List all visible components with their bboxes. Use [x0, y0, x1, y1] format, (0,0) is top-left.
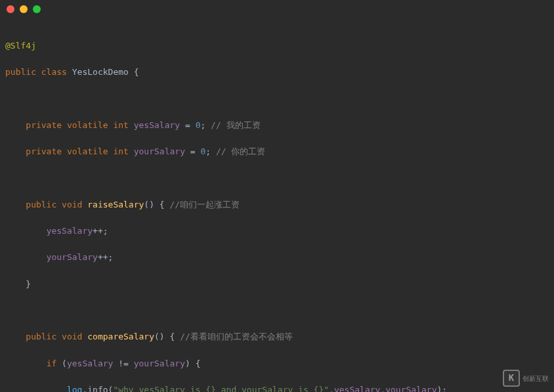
method-info: info: [87, 385, 108, 392]
method-compareSalary: compareSalary: [87, 332, 154, 341]
field-ref: yesSalary: [334, 385, 380, 392]
paren-open: (: [56, 359, 67, 368]
keyword-private: private: [26, 120, 62, 130]
watermark-text: 创新互联: [522, 375, 549, 382]
op-assign: =: [185, 146, 200, 156]
keyword-public: public: [26, 200, 56, 209]
op-neq: !=: [113, 359, 133, 368]
brace: }: [26, 279, 31, 289]
comment: //咱们一起涨工资: [169, 200, 240, 209]
keyword-class: class: [41, 67, 67, 77]
field-ref: yourSalary: [134, 359, 185, 368]
field-ref: yourSalary: [47, 252, 98, 262]
field-ref: yesSalary: [67, 359, 113, 368]
field-yourSalary: yourSalary: [134, 146, 185, 156]
annotation: @Slf4j: [5, 41, 36, 51]
semicolon: ;: [205, 146, 211, 156]
comment: // 我的工资: [205, 120, 260, 130]
comment: // 你的工资: [211, 146, 265, 156]
op-increment: ++;: [98, 252, 113, 262]
string-literal: "why yesSalary is {} and yourSalary is {…: [113, 385, 329, 392]
field-ref: yesSalary: [47, 226, 93, 236]
keyword-private: private: [26, 146, 62, 156]
parens: (): [154, 332, 165, 341]
op-assign: =: [180, 120, 195, 130]
keyword-volatile: volatile: [67, 146, 108, 156]
brace: {: [154, 200, 169, 209]
keyword-void: void: [62, 332, 82, 341]
keyword-public: public: [26, 332, 56, 341]
paren-close: ) {: [185, 359, 200, 368]
field-yesSalary: yesSalary: [134, 120, 180, 130]
close-icon[interactable]: [7, 5, 14, 13]
brace: {: [129, 67, 139, 77]
watermark: K 创新互联: [503, 370, 549, 387]
comma: ,: [329, 385, 334, 392]
field-ref: yourSalary: [385, 385, 437, 392]
minimize-icon[interactable]: [20, 5, 28, 13]
brace: {: [165, 332, 180, 341]
keyword-int: int: [113, 120, 128, 130]
method-raiseSalary: raiseSalary: [87, 200, 144, 209]
class-name: YesLockDemo: [72, 67, 129, 77]
keyword-void: void: [62, 200, 82, 209]
paren-close: );: [437, 385, 448, 392]
op-increment: ++;: [93, 226, 108, 236]
keyword-int: int: [113, 146, 128, 156]
watermark-logo-icon: K: [503, 370, 520, 387]
log-ref: log: [67, 385, 82, 392]
keyword-volatile: volatile: [67, 120, 108, 130]
window-titlebar: [0, 0, 554, 18]
code-editor[interactable]: @Slf4j public class YesLockDemo { privat…: [0, 18, 554, 392]
comment: //看看咱们的工资会不会相等: [180, 332, 293, 341]
keyword-if: if: [47, 359, 57, 368]
maximize-icon[interactable]: [33, 5, 41, 13]
parens: (): [144, 200, 154, 209]
keyword-public: public: [5, 67, 36, 77]
